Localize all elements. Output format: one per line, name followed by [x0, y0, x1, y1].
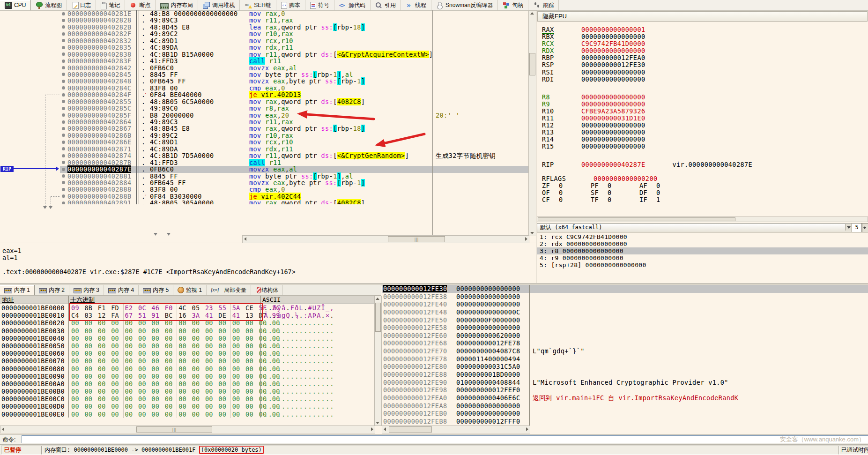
flag-value[interactable]: 1	[656, 196, 683, 203]
register-row-r15[interactable]: R150000000000000000	[537, 143, 868, 150]
stack-row[interactable]: 000000000012FE300000000000000000	[382, 285, 868, 293]
dump-tab-mem[interactable]: 内存 5	[139, 285, 173, 295]
disasm-row[interactable]: 000000000040286B.49:89C2mov r10,rax	[60, 132, 528, 139]
breakpoint-bullet[interactable]	[60, 65, 67, 71]
register-value[interactable]: 0000000000000000	[581, 76, 645, 83]
dump-row[interactable]: 0000000001BE0080000000000000000000000000…	[0, 365, 374, 373]
scroll-thumb[interactable]: |||	[388, 236, 445, 242]
register-row-rsp[interactable]: RSP000000000012FE30	[537, 61, 868, 68]
toolbar-tab-references[interactable]: 引用	[371, 0, 401, 10]
disasm-row[interactable]: 0000000000402884.0FB645 FFmovzx eax,byte…	[60, 179, 528, 186]
toolbar-tab-snowman[interactable]: Snowman反编译器	[431, 0, 498, 10]
toolbar-tab-threads[interactable]: 线程	[401, 0, 431, 10]
disasm-row[interactable]: 000000000040285C.49:89C0mov r8,rax	[60, 105, 528, 112]
register-value[interactable]: 000000000040287E	[581, 161, 645, 168]
disasm-row[interactable]: 0000000000402835.4C:89DAmov rdx,r11	[60, 44, 528, 51]
disasm-row[interactable]: 0000000000402845.8845 FFmov byte ptr ss:…	[60, 71, 528, 78]
flag-value[interactable]: 0	[559, 196, 586, 203]
scroll-right-icon[interactable]	[525, 237, 527, 241]
disasm-row[interactable]: 0000000000402848.0FB645 FFmovzx eax,byte…	[60, 78, 528, 84]
dump-row[interactable]: 0000000001BE0010C48312FA675191BC163A41DE…	[0, 312, 374, 319]
column-divider[interactable]	[432, 10, 433, 235]
fastcall-arg[interactable]: 5: [rsp+28] 0000000000000000	[537, 261, 868, 269]
toolbar-tab-symbols[interactable]: 符号	[305, 0, 334, 10]
flags-row[interactable]: ZF0PF0AF0	[537, 182, 868, 189]
register-row-r8[interactable]: R80000000000000000	[537, 94, 868, 101]
scroll-left-icon[interactable]	[244, 237, 246, 241]
disasm-row[interactable]: 000000000040288B.ˇ0F84 B3030000je vir.40…	[60, 193, 528, 200]
registers-hscrollbar[interactable]	[537, 216, 868, 222]
flag-value[interactable]: 0	[559, 189, 586, 196]
toolbar-tab-trace[interactable]: 跟踪	[528, 0, 559, 10]
breakpoint-bullet[interactable]	[60, 159, 67, 166]
fastcall-arg[interactable]: 1: rcx C9C9742FB41D0000	[537, 233, 868, 240]
toolbar-tab-log[interactable]: 日志	[67, 0, 96, 10]
register-value[interactable]: 0000000000000000	[581, 94, 645, 101]
disasm-row[interactable]: 0000000000402871.4C:89DAmov rdx,r11	[60, 146, 528, 152]
toolbar-tab-memory-map[interactable]: 内存布局	[156, 0, 198, 10]
fastcall-arg[interactable]: 2: rdx 0000000000000000	[537, 240, 868, 247]
disasm-row[interactable]: 000000000040284C.83F8 00cmp eax,0	[60, 85, 528, 91]
disasm-row[interactable]: 0000000000402891.48:8B05 305A0000mov rax…	[60, 200, 528, 204]
toolbar-tab-call-stack[interactable]: 调用堆栈	[198, 0, 240, 10]
flags-row[interactable]: CF0TF0IF1	[537, 196, 868, 203]
breakpoint-bullet[interactable]	[60, 10, 67, 17]
flags-row[interactable]: OF0SF0DF0	[537, 189, 868, 196]
dump-tab-mem[interactable]: 内存 3	[69, 285, 104, 295]
disasm-row[interactable]: 0000000000402832.4C:89D1mov rcx,r10	[60, 37, 528, 44]
stack-hscrollbar[interactable]	[382, 425, 530, 433]
scroll-left-icon[interactable]	[384, 427, 386, 431]
dump-row[interactable]: 0000000001BE00B0000000000000000000000000…	[0, 388, 374, 395]
breakpoint-bullet[interactable]	[60, 193, 67, 200]
scroll-thumb[interactable]	[389, 426, 432, 433]
flag-value[interactable]: 0	[608, 196, 635, 203]
disassembly-view[interactable]: 000000000040281E.48:B8 0000000000000000m…	[60, 10, 528, 204]
dump-row[interactable]: 0000000001BE0020000000000000000000000000…	[0, 319, 374, 327]
register-value[interactable]: 0000000000000000	[581, 33, 645, 40]
breakpoint-bullet[interactable]	[60, 186, 67, 193]
scroll-thumb[interactable]	[529, 53, 535, 75]
fastcall-arg[interactable]: 3: r8 0000000000000000	[537, 247, 868, 254]
disasm-row[interactable]: 0000000000402864.49:89C3mov r11,rax	[60, 119, 528, 125]
stack-row[interactable]: 000000000012FE900100000000408844L"Micros…	[382, 379, 868, 387]
register-value[interactable]: 000000000012FE30	[581, 61, 645, 68]
disasm-row[interactable]: 000000000040282F.49:89C2mov r10,rax	[60, 30, 528, 37]
register-row-r11[interactable]: R11000000000031D1E0	[537, 115, 868, 122]
scroll-down-icon[interactable]	[376, 422, 379, 424]
register-row-rdx[interactable]: RDX0000000000000000	[537, 47, 868, 54]
disasm-row[interactable]: 0000000000402855.48:8B05 6C5A0000mov rax…	[60, 98, 528, 105]
dump-tab-locals[interactable]: 局部变量	[207, 285, 251, 295]
register-value[interactable]: CFBE9A23A5879326	[581, 108, 645, 115]
disasm-row[interactable]: 000000000040287E.0FB6C0movzx eax,al	[60, 166, 528, 172]
register-row-rip[interactable]: RIP000000000040287Evir.000000000040287E	[537, 161, 868, 168]
register-value[interactable]: 0000000000000000	[581, 47, 645, 54]
disasm-row[interactable]: 0000000000402881.8845 FFmov byte ptr ss:…	[60, 173, 528, 179]
scroll-up-icon[interactable]	[530, 12, 534, 15]
register-value[interactable]: 0000000000000000	[581, 129, 645, 136]
disasm-row[interactable]: 000000000040284F.ˇ0F84 BE040000je vir.40…	[60, 91, 528, 98]
dump-row[interactable]: 0000000001BE0070000000000000000000000000…	[0, 357, 374, 365]
disasm-row[interactable]: 0000000000402888.83F8 00cmp eax,0	[60, 186, 528, 193]
toolbar-tab-script[interactable]: 脚本	[276, 0, 305, 10]
register-row-rflags[interactable]: RFLAGS0000000000000200	[537, 175, 868, 182]
dump-tab-mem[interactable]: 内存 2	[35, 285, 69, 295]
register-row-rcx[interactable]: RCXC9C9742FB41D0000	[537, 40, 868, 47]
fastcall-arg[interactable]: 4: r9 0000000000000000	[537, 254, 868, 261]
register-value[interactable]: 0000000000000000	[581, 122, 645, 129]
register-value[interactable]: 0000000000000000	[581, 69, 645, 76]
breakpoint-bullet[interactable]	[60, 78, 67, 84]
dump-vscrollbar[interactable]	[374, 296, 382, 426]
stack-row[interactable]: 000000000012FE5000000000F0000000	[382, 316, 868, 324]
scroll-left-icon[interactable]	[2, 427, 4, 431]
breakpoint-bullet[interactable]	[60, 200, 67, 204]
dump-tab-watch[interactable]: 监视 1	[173, 285, 207, 295]
register-value[interactable]: C9C9742FB41D0000	[581, 40, 645, 47]
flag-value[interactable]: 0	[608, 189, 635, 196]
breakpoint-bullet[interactable]	[60, 98, 67, 105]
dump-tab-mem[interactable]: 内存 4	[104, 285, 139, 295]
dump-row[interactable]: 0000000001BE0050000000000000000000000000…	[0, 342, 374, 350]
register-value[interactable]: 0000000000000000	[581, 136, 645, 143]
register-row-rbx[interactable]: RBX0000000000000000	[537, 33, 868, 40]
toolbar-tab-notes[interactable]: 笔记	[96, 0, 125, 10]
disasm-vscrollbar[interactable]	[528, 10, 536, 236]
